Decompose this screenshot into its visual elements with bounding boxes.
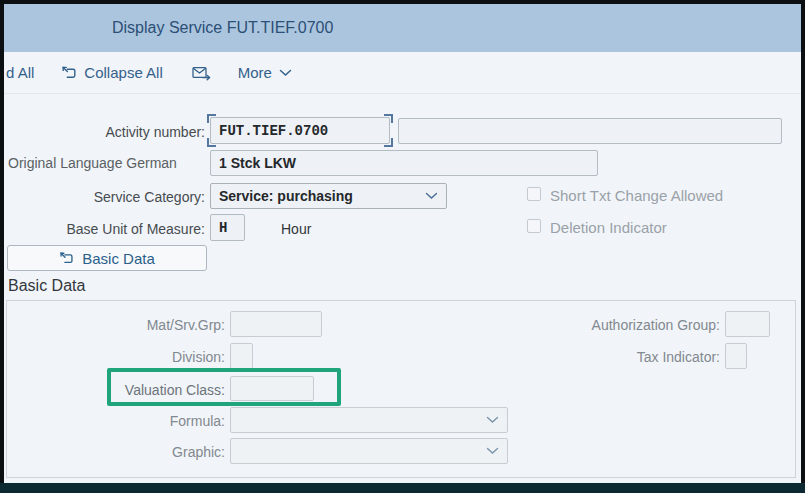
formula-label: Formula: (0, 413, 225, 429)
focus-corner (384, 114, 393, 123)
service-category-dropdown[interactable]: Service: purchasing (210, 183, 447, 209)
section-title: Basic Data (8, 277, 85, 295)
graphic-dropdown[interactable] (230, 438, 508, 464)
tax-indicator-label: Tax Indicator: (0, 349, 720, 365)
basic-data-button[interactable]: Basic Data (7, 245, 207, 271)
valuation-class-label: Valuation Class: (0, 382, 225, 398)
chevron-down-icon (486, 447, 499, 455)
formula-dropdown[interactable] (230, 407, 508, 433)
expand-all-button[interactable]: d All (6, 64, 34, 81)
chevron-down-icon (486, 416, 499, 424)
valuation-class-field[interactable] (230, 376, 314, 401)
short-txt-change-label: Short Txt Change Allowed (550, 187, 723, 204)
focus-corner (384, 138, 393, 147)
more-menu-button[interactable]: More (238, 64, 292, 81)
deletion-indicator-checkbox (527, 219, 541, 233)
base-unit-label: Base Unit of Measure: (0, 221, 205, 237)
tax-indicator-field[interactable] (725, 343, 747, 369)
activity-number-extra-field[interactable] (398, 118, 782, 144)
basic-data-button-label: Basic Data (82, 250, 155, 267)
collapse-group-icon (61, 65, 77, 81)
graphic-label: Graphic: (0, 444, 225, 460)
chevron-down-icon (279, 69, 292, 77)
service-category-value: Service: purchasing (219, 188, 353, 204)
short-text-field[interactable]: 1 Stck LKW (210, 150, 598, 176)
authorization-group-label: Authorization Group: (0, 317, 720, 333)
activity-number-value: FUT.TIEF.0700 (210, 117, 390, 144)
expand-all-label: d All (6, 64, 34, 81)
deletion-indicator-label: Deletion Indicator (550, 219, 667, 236)
base-unit-text: Hour (281, 221, 311, 237)
activity-number-label: Activity number: (0, 124, 205, 140)
focus-corner (207, 114, 216, 123)
collapse-group-icon (59, 251, 74, 266)
focus-corner (207, 138, 216, 147)
window-bottom-edge (0, 483, 805, 493)
service-category-label: Service Category: (0, 189, 205, 205)
authorization-group-field[interactable] (725, 311, 770, 337)
collapse-all-button[interactable]: Collapse All (61, 64, 162, 81)
activity-number-field[interactable]: FUT.TIEF.0700 (210, 117, 390, 144)
collapse-all-label: Collapse All (84, 64, 162, 81)
mail-forward-icon (192, 65, 211, 81)
base-unit-field[interactable]: H (210, 214, 245, 241)
more-label: More (238, 64, 272, 81)
toolbar: d All Collapse All More (4, 52, 801, 94)
original-language-label: Original Language German (8, 155, 177, 171)
chevron-down-icon (425, 192, 438, 200)
app-window: Display Service FUT.TIEF.0700 d All Coll… (0, 0, 805, 493)
send-mail-button[interactable] (192, 65, 211, 81)
header-bar: Display Service FUT.TIEF.0700 (4, 4, 801, 52)
page-title: Display Service FUT.TIEF.0700 (112, 4, 333, 52)
short-txt-change-checkbox (527, 187, 541, 201)
